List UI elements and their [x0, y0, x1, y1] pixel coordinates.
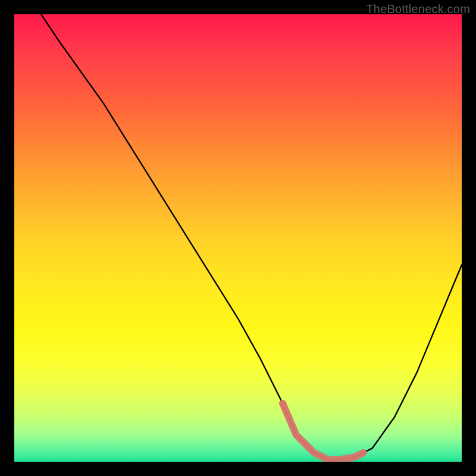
chart-container: TheBottleneck.com [0, 0, 476, 476]
optimal-range-highlight [279, 400, 363, 459]
curve-svg [14, 14, 462, 462]
plot-area [14, 14, 462, 462]
bottleneck-curve [41, 14, 462, 459]
svg-point-0 [279, 400, 286, 407]
